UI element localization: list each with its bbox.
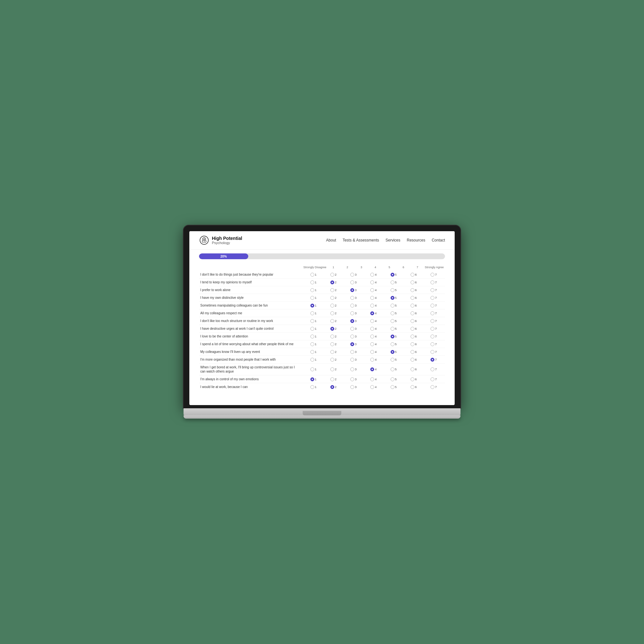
radio-item-5-1[interactable]: 1 [310, 311, 317, 315]
radio-item-11-6[interactable]: 6 [411, 358, 417, 362]
radio-item-6-4[interactable]: 4 [370, 319, 376, 323]
radio-item-1-3[interactable]: 3 [350, 280, 356, 284]
radio-item-11-3[interactable]: 3 [350, 358, 356, 362]
radio-item-4-2[interactable]: 2 [330, 304, 336, 308]
radio-item-10-1[interactable]: 1 [310, 350, 317, 354]
radio-item-7-3[interactable]: 3 [350, 327, 356, 331]
radio-item-10-2[interactable]: 2 [330, 350, 336, 354]
radio-item-12-6[interactable]: 6 [411, 367, 417, 371]
radio-item-7-6[interactable]: 6 [411, 327, 417, 331]
radio-item-14-5[interactable]: 5 [391, 385, 397, 389]
radio-item-7-1[interactable]: 1 [310, 327, 317, 331]
radio-item-1-7[interactable]: 7 [431, 280, 437, 284]
radio-item-2-6[interactable]: 6 [411, 288, 417, 292]
radio-item-8-6[interactable]: 6 [411, 335, 417, 338]
radio-item-7-5[interactable]: 5 [391, 327, 397, 331]
radio-item-3-5[interactable]: 5 [391, 296, 397, 300]
radio-item-9-6[interactable]: 6 [411, 342, 417, 346]
radio-item-5-3[interactable]: 3 [350, 311, 356, 315]
radio-item-6-3[interactable]: 3 [350, 319, 356, 323]
radio-item-10-6[interactable]: 6 [411, 350, 417, 354]
radio-item-14-3[interactable]: 3 [350, 385, 356, 389]
radio-item-13-4[interactable]: 4 [370, 377, 376, 381]
radio-item-0-3[interactable]: 3 [350, 273, 356, 277]
radio-item-4-1[interactable]: 1 [310, 304, 317, 308]
radio-item-8-1[interactable]: 1 [310, 335, 317, 338]
radio-item-1-2[interactable]: 2 [330, 280, 336, 284]
radio-item-13-6[interactable]: 6 [411, 377, 417, 381]
radio-item-4-6[interactable]: 6 [411, 304, 417, 308]
radio-item-9-3[interactable]: 3 [350, 342, 356, 346]
radio-item-11-2[interactable]: 2 [330, 358, 336, 362]
radio-item-8-5[interactable]: 5 [391, 335, 397, 338]
radio-item-13-2[interactable]: 2 [330, 377, 336, 381]
radio-item-12-1[interactable]: 1 [310, 367, 317, 371]
radio-item-13-7[interactable]: 7 [431, 377, 437, 381]
radio-item-10-5[interactable]: 5 [391, 350, 397, 354]
radio-item-1-5[interactable]: 5 [391, 280, 397, 284]
radio-item-5-2[interactable]: 2 [330, 311, 336, 315]
radio-item-0-6[interactable]: 6 [411, 273, 417, 277]
radio-item-0-1[interactable]: 1 [310, 273, 317, 277]
radio-item-0-7[interactable]: 7 [431, 273, 437, 277]
radio-item-2-4[interactable]: 4 [370, 288, 376, 292]
radio-item-4-5[interactable]: 5 [391, 304, 397, 308]
radio-item-14-7[interactable]: 7 [431, 385, 437, 389]
radio-item-12-2[interactable]: 2 [330, 367, 336, 371]
radio-item-6-5[interactable]: 5 [391, 319, 397, 323]
radio-item-12-5[interactable]: 5 [391, 367, 397, 371]
radio-item-3-7[interactable]: 7 [431, 296, 437, 300]
radio-item-14-6[interactable]: 6 [411, 385, 417, 389]
radio-item-3-6[interactable]: 6 [411, 296, 417, 300]
radio-item-5-7[interactable]: 7 [431, 311, 437, 315]
radio-item-8-7[interactable]: 7 [431, 335, 437, 338]
radio-item-9-4[interactable]: 4 [370, 342, 376, 346]
radio-item-3-1[interactable]: 1 [310, 296, 317, 300]
radio-item-5-5[interactable]: 5 [391, 311, 397, 315]
radio-item-7-4[interactable]: 4 [370, 327, 376, 331]
radio-item-13-3[interactable]: 3 [350, 377, 356, 381]
radio-item-14-4[interactable]: 4 [370, 385, 376, 389]
radio-item-9-1[interactable]: 1 [310, 342, 317, 346]
radio-item-11-5[interactable]: 5 [391, 358, 397, 362]
radio-item-3-3[interactable]: 3 [350, 296, 356, 300]
radio-item-7-7[interactable]: 7 [431, 327, 437, 331]
nav-resources[interactable]: Resources [407, 238, 425, 242]
radio-item-1-6[interactable]: 6 [411, 280, 417, 284]
radio-item-12-3[interactable]: 3 [350, 367, 356, 371]
radio-item-14-1[interactable]: 1 [310, 385, 317, 389]
radio-item-8-4[interactable]: 4 [370, 335, 376, 338]
radio-item-11-7[interactable]: 7 [431, 358, 437, 362]
radio-item-6-7[interactable]: 7 [431, 319, 437, 323]
radio-item-13-1[interactable]: 1 [310, 377, 317, 381]
radio-item-1-4[interactable]: 4 [370, 280, 376, 284]
radio-item-9-5[interactable]: 5 [391, 342, 397, 346]
radio-item-11-1[interactable]: 1 [310, 358, 317, 362]
radio-item-0-4[interactable]: 4 [370, 273, 376, 277]
radio-item-12-7[interactable]: 7 [431, 367, 437, 371]
radio-item-8-3[interactable]: 3 [350, 335, 356, 338]
radio-item-2-5[interactable]: 5 [391, 288, 397, 292]
radio-item-3-2[interactable]: 2 [330, 296, 336, 300]
nav-contact[interactable]: Contact [432, 238, 445, 242]
radio-item-12-4[interactable]: 4 [370, 367, 376, 371]
radio-item-13-5[interactable]: 5 [391, 377, 397, 381]
radio-item-11-4[interactable]: 4 [370, 358, 376, 362]
radio-item-5-6[interactable]: 6 [411, 311, 417, 315]
nav-tests[interactable]: Tests & Assessments [343, 238, 379, 242]
radio-item-3-4[interactable]: 4 [370, 296, 376, 300]
radio-item-2-2[interactable]: 2 [330, 288, 336, 292]
radio-item-6-2[interactable]: 2 [330, 319, 336, 323]
nav-services[interactable]: Services [385, 238, 400, 242]
radio-item-6-6[interactable]: 6 [411, 319, 417, 323]
nav-about[interactable]: About [326, 238, 336, 242]
radio-item-1-1[interactable]: 1 [310, 280, 317, 284]
radio-item-9-7[interactable]: 7 [431, 342, 437, 346]
radio-item-9-2[interactable]: 2 [330, 342, 336, 346]
radio-item-10-3[interactable]: 3 [350, 350, 356, 354]
radio-item-5-4[interactable]: 4 [370, 311, 376, 315]
radio-item-4-4[interactable]: 4 [370, 304, 376, 308]
radio-item-10-4[interactable]: 4 [370, 350, 376, 354]
radio-item-0-2[interactable]: 2 [330, 273, 336, 277]
radio-item-2-3[interactable]: 3 [350, 288, 356, 292]
